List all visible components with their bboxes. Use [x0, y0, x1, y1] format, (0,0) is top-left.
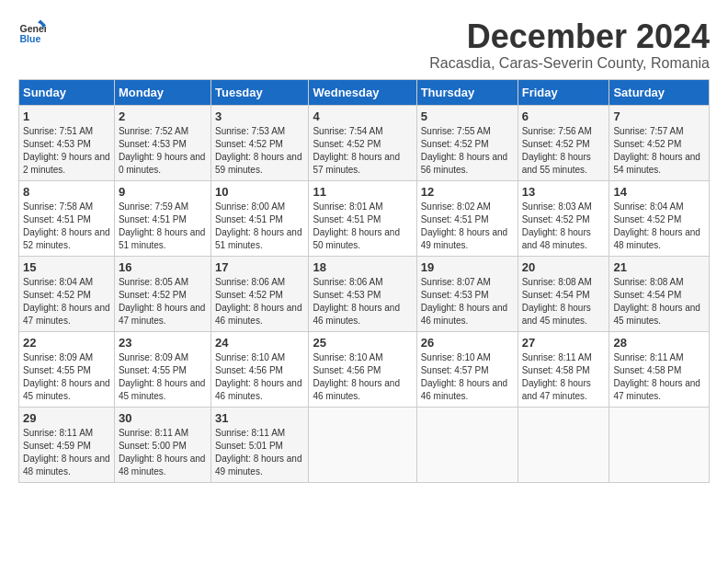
calendar-cell: 19Sunrise: 8:07 AMSunset: 4:53 PMDayligh… — [416, 256, 518, 331]
day-number: 23 — [119, 336, 207, 350]
day-info: Sunrise: 7:52 AMSunset: 4:53 PMDaylight:… — [119, 126, 206, 175]
day-number: 29 — [23, 411, 110, 425]
day-info: Sunrise: 8:09 AMSunset: 4:55 PMDaylight:… — [119, 352, 206, 401]
calendar-cell: 14Sunrise: 8:04 AMSunset: 4:52 PMDayligh… — [609, 180, 710, 256]
day-info: Sunrise: 8:10 AMSunset: 4:56 PMDaylight:… — [215, 352, 302, 401]
calendar-cell: 26Sunrise: 8:10 AMSunset: 4:57 PMDayligh… — [416, 331, 518, 407]
calendar-cell: 31Sunrise: 8:11 AMSunset: 5:01 PMDayligh… — [210, 407, 308, 482]
calendar-title: December 2024 — [429, 18, 710, 55]
calendar-cell: 7Sunrise: 7:57 AMSunset: 4:52 PMDaylight… — [609, 105, 710, 180]
day-number: 6 — [522, 109, 606, 123]
day-number: 2 — [119, 109, 207, 123]
day-number: 4 — [313, 109, 412, 123]
calendar-table: Sunday Monday Tuesday Wednesday Thursday… — [18, 79, 710, 483]
day-number: 9 — [119, 185, 207, 199]
day-number: 10 — [215, 185, 304, 199]
day-number: 8 — [23, 185, 110, 199]
page-header: General Blue December 2024 Racasdia, Car… — [18, 18, 710, 72]
day-info: Sunrise: 7:59 AMSunset: 4:51 PMDaylight:… — [119, 201, 206, 250]
col-monday: Monday — [114, 79, 210, 105]
calendar-cell — [416, 407, 518, 482]
col-tuesday: Tuesday — [210, 79, 308, 105]
day-number: 27 — [522, 336, 606, 350]
day-info: Sunrise: 8:00 AMSunset: 4:51 PMDaylight:… — [215, 201, 302, 250]
col-sunday: Sunday — [19, 79, 115, 105]
day-number: 3 — [215, 109, 304, 123]
day-info: Sunrise: 8:06 AMSunset: 4:53 PMDaylight:… — [313, 277, 400, 326]
day-number: 26 — [421, 336, 514, 350]
day-number: 18 — [313, 260, 412, 274]
calendar-cell: 5Sunrise: 7:55 AMSunset: 4:52 PMDaylight… — [416, 105, 518, 180]
col-saturday: Saturday — [609, 79, 710, 105]
day-number: 15 — [23, 260, 110, 274]
day-info: Sunrise: 8:10 AMSunset: 4:56 PMDaylight:… — [313, 352, 400, 401]
day-number: 19 — [421, 260, 514, 274]
calendar-cell: 28Sunrise: 8:11 AMSunset: 4:58 PMDayligh… — [609, 331, 710, 407]
day-number: 22 — [23, 336, 110, 350]
calendar-cell: 22Sunrise: 8:09 AMSunset: 4:55 PMDayligh… — [19, 331, 115, 407]
day-number: 12 — [421, 185, 514, 199]
day-info: Sunrise: 8:08 AMSunset: 4:54 PMDaylight:… — [522, 277, 592, 326]
day-number: 7 — [613, 109, 705, 123]
calendar-cell: 16Sunrise: 8:05 AMSunset: 4:52 PMDayligh… — [114, 256, 210, 331]
day-info: Sunrise: 8:11 AMSunset: 4:58 PMDaylight:… — [613, 352, 700, 401]
calendar-cell: 20Sunrise: 8:08 AMSunset: 4:54 PMDayligh… — [518, 256, 609, 331]
day-info: Sunrise: 7:56 AMSunset: 4:52 PMDaylight:… — [522, 126, 592, 175]
day-info: Sunrise: 8:03 AMSunset: 4:52 PMDaylight:… — [522, 201, 592, 250]
title-block: December 2024 Racasdia, Caras-Severin Co… — [429, 18, 710, 72]
calendar-cell: 6Sunrise: 7:56 AMSunset: 4:52 PMDaylight… — [518, 105, 609, 180]
day-info: Sunrise: 8:04 AMSunset: 4:52 PMDaylight:… — [613, 201, 700, 250]
day-number: 5 — [421, 109, 514, 123]
calendar-cell: 9Sunrise: 7:59 AMSunset: 4:51 PMDaylight… — [114, 180, 210, 256]
day-number: 21 — [613, 260, 705, 274]
day-info: Sunrise: 7:53 AMSunset: 4:52 PMDaylight:… — [215, 126, 302, 175]
day-number: 25 — [313, 336, 412, 350]
calendar-cell: 3Sunrise: 7:53 AMSunset: 4:52 PMDaylight… — [210, 105, 308, 180]
day-number: 20 — [522, 260, 606, 274]
day-info: Sunrise: 8:10 AMSunset: 4:57 PMDaylight:… — [421, 352, 508, 401]
calendar-cell: 23Sunrise: 8:09 AMSunset: 4:55 PMDayligh… — [114, 331, 210, 407]
col-friday: Friday — [518, 79, 609, 105]
calendar-cell: 11Sunrise: 8:01 AMSunset: 4:51 PMDayligh… — [309, 180, 416, 256]
calendar-cell: 30Sunrise: 8:11 AMSunset: 5:00 PMDayligh… — [114, 407, 210, 482]
day-info: Sunrise: 7:58 AMSunset: 4:51 PMDaylight:… — [23, 201, 110, 250]
calendar-cell: 10Sunrise: 8:00 AMSunset: 4:51 PMDayligh… — [210, 180, 308, 256]
calendar-cell: 1Sunrise: 7:51 AMSunset: 4:53 PMDaylight… — [19, 105, 115, 180]
day-info: Sunrise: 7:54 AMSunset: 4:52 PMDaylight:… — [313, 126, 400, 175]
day-info: Sunrise: 8:11 AMSunset: 4:59 PMDaylight:… — [23, 428, 110, 477]
day-info: Sunrise: 7:55 AMSunset: 4:52 PMDaylight:… — [421, 126, 508, 175]
day-info: Sunrise: 8:11 AMSunset: 4:58 PMDaylight:… — [522, 352, 592, 401]
calendar-cell: 17Sunrise: 8:06 AMSunset: 4:52 PMDayligh… — [210, 256, 308, 331]
day-info: Sunrise: 7:57 AMSunset: 4:52 PMDaylight:… — [613, 126, 700, 175]
calendar-cell — [518, 407, 609, 482]
calendar-cell: 8Sunrise: 7:58 AMSunset: 4:51 PMDaylight… — [19, 180, 115, 256]
day-number: 24 — [215, 336, 304, 350]
calendar-cell: 21Sunrise: 8:08 AMSunset: 4:54 PMDayligh… — [609, 256, 710, 331]
day-number: 13 — [522, 185, 606, 199]
col-thursday: Thursday — [416, 79, 518, 105]
calendar-row: 29Sunrise: 8:11 AMSunset: 4:59 PMDayligh… — [19, 407, 710, 482]
day-info: Sunrise: 8:04 AMSunset: 4:52 PMDaylight:… — [23, 277, 110, 326]
logo: General Blue — [18, 18, 46, 46]
day-info: Sunrise: 8:02 AMSunset: 4:51 PMDaylight:… — [421, 201, 508, 250]
calendar-cell: 24Sunrise: 8:10 AMSunset: 4:56 PMDayligh… — [210, 331, 308, 407]
day-info: Sunrise: 8:11 AMSunset: 5:00 PMDaylight:… — [119, 428, 206, 477]
day-number: 30 — [119, 411, 207, 425]
day-info: Sunrise: 8:11 AMSunset: 5:01 PMDaylight:… — [215, 428, 302, 477]
day-number: 17 — [215, 260, 304, 274]
calendar-cell: 18Sunrise: 8:06 AMSunset: 4:53 PMDayligh… — [309, 256, 416, 331]
day-info: Sunrise: 8:01 AMSunset: 4:51 PMDaylight:… — [313, 201, 400, 250]
calendar-row: 8Sunrise: 7:58 AMSunset: 4:51 PMDaylight… — [19, 180, 710, 256]
calendar-cell: 15Sunrise: 8:04 AMSunset: 4:52 PMDayligh… — [19, 256, 115, 331]
day-number: 31 — [215, 411, 304, 425]
day-info: Sunrise: 8:07 AMSunset: 4:53 PMDaylight:… — [421, 277, 508, 326]
day-number: 14 — [613, 185, 705, 199]
day-info: Sunrise: 8:05 AMSunset: 4:52 PMDaylight:… — [119, 277, 206, 326]
header-row: Sunday Monday Tuesday Wednesday Thursday… — [19, 79, 710, 105]
day-info: Sunrise: 8:09 AMSunset: 4:55 PMDaylight:… — [23, 352, 110, 401]
calendar-cell: 4Sunrise: 7:54 AMSunset: 4:52 PMDaylight… — [309, 105, 416, 180]
day-number: 11 — [313, 185, 412, 199]
logo-icon: General Blue — [18, 18, 46, 46]
calendar-cell: 13Sunrise: 8:03 AMSunset: 4:52 PMDayligh… — [518, 180, 609, 256]
svg-text:Blue: Blue — [20, 33, 41, 44]
